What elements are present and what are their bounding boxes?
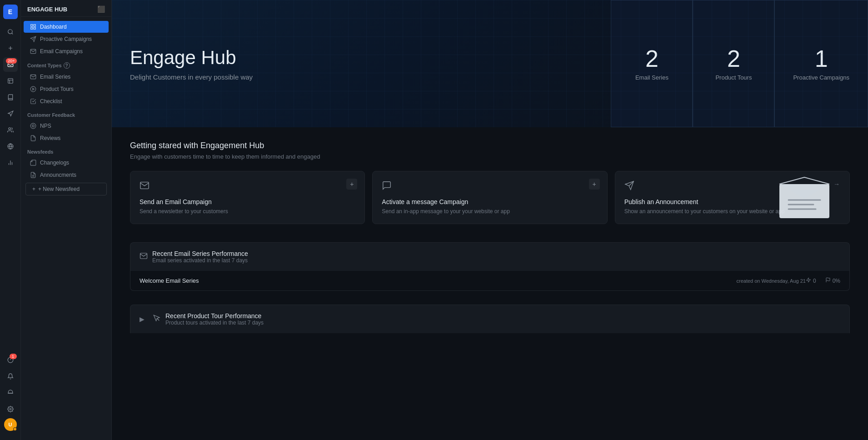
sidebar-item-email-campaigns[interactable]: Email Campaigns	[24, 45, 109, 57]
sidebar-checklist-label: Checklist	[40, 98, 62, 105]
message-campaign-add-btn[interactable]: +	[589, 179, 600, 190]
hero-text: Engage Hub Delight Customers in every po…	[130, 46, 593, 80]
sidebar-collapse-btn[interactable]: ⬛	[97, 5, 105, 13]
sidebar-reviews-label: Reviews	[40, 135, 60, 141]
content-types-label: Content Types ?	[21, 58, 111, 70]
product-tour-perf-title: Recent Product Tour Performance	[165, 312, 264, 320]
svg-point-19	[30, 123, 36, 129]
users-icon-btn[interactable]	[3, 123, 18, 137]
sidebar-email-series-label: Email Series	[40, 74, 70, 80]
email-campaign-icon	[140, 180, 355, 193]
message-campaign-desc: Send an in-app message to your your webs…	[382, 208, 598, 215]
product-tour-perf-icon	[153, 314, 161, 325]
email-series-perf-title: Recent Email Series Performance	[152, 250, 248, 257]
search-icon-btn[interactable]	[3, 25, 18, 39]
email-series-row-stats: 0 0%	[806, 277, 840, 284]
sidebar-item-proactive-label: Proactive Campaigns	[40, 36, 92, 42]
cursor-icon: ▶	[140, 315, 145, 323]
message-campaign-icon	[382, 180, 598, 193]
announcement-arrow-btn[interactable]: →	[831, 179, 842, 190]
customer-feedback-label: Customer Feedback	[21, 108, 111, 120]
sidebar-item-product-tours[interactable]: Product Tours	[24, 83, 109, 95]
envelope-illustration	[777, 175, 832, 220]
getting-started-subtitle: Engage with customers time to time to ke…	[130, 153, 850, 160]
svg-marker-18	[33, 88, 35, 90]
bell-icon-btn[interactable]	[3, 369, 18, 384]
svg-point-12	[10, 408, 11, 410]
svg-rect-14	[34, 25, 35, 26]
email-campaign-add-btn[interactable]: +	[346, 179, 357, 190]
navigation-icon-btn[interactable]	[3, 106, 18, 121]
svg-point-17	[30, 86, 36, 92]
email-series-row-0[interactable]: Welcome Email Series created on Wednesda…	[130, 271, 850, 291]
email-series-perf-icon	[140, 252, 148, 262]
lightning-icon	[806, 277, 811, 284]
app-logo[interactable]: E	[3, 5, 18, 19]
settings-icon-btn[interactable]	[3, 402, 18, 416]
sidebar-title: ENGAGE HUB	[27, 6, 67, 13]
sidebar-item-dashboard-label: Dashboard	[40, 24, 67, 30]
svg-point-20	[32, 125, 35, 127]
email-campaign-desc: Send a newsletter to your customers	[140, 208, 355, 215]
newsfeeds-label: Newsfeeds	[21, 145, 111, 156]
sidebar-item-email-label: Email Campaigns	[40, 48, 83, 55]
email-series-stat2: 0%	[825, 277, 840, 284]
recent-product-tour-section: ▶ Recent Product Tour Performance Produc…	[130, 305, 850, 333]
sidebar-product-tours-label: Product Tours	[40, 86, 74, 92]
hero-content: Engage Hub Delight Customers in every po…	[112, 0, 611, 127]
svg-point-3	[8, 128, 10, 130]
hero-section: Engage Hub Delight Customers in every po…	[112, 0, 868, 127]
chart-icon-btn[interactable]	[3, 155, 18, 170]
svg-point-0	[8, 30, 12, 34]
new-newsfeed-plus-icon: +	[32, 186, 35, 192]
product-tour-perf-header: ▶ Recent Product Tour Performance Produc…	[130, 305, 850, 333]
action-cards: + Send an Email Campaign Send a newslett…	[130, 171, 850, 224]
sidebar-item-changelogs[interactable]: Changelogs	[24, 157, 109, 169]
svg-marker-27	[806, 278, 810, 282]
hero-subtitle: Delight Customers in every possible way	[130, 73, 593, 81]
sidebar-item-email-series[interactable]: Email Series	[24, 71, 109, 83]
action-card-message-campaign[interactable]: + Activate a message Campaign Send an in…	[372, 171, 607, 224]
table-icon-btn[interactable]	[3, 74, 18, 88]
svg-rect-16	[31, 27, 33, 29]
main-content: Engage Hub Delight Customers in every po…	[112, 0, 868, 440]
sidebar-item-reviews[interactable]: Reviews	[24, 132, 109, 144]
sidebar-item-announcements[interactable]: Announcments	[24, 169, 109, 181]
flag-icon	[825, 277, 831, 284]
svg-rect-1	[8, 79, 13, 84]
helmet-icon-btn[interactable]	[3, 385, 18, 400]
add-icon-btn[interactable]	[3, 41, 18, 55]
sidebar-header: ENGAGE HUB ⬛	[21, 0, 111, 17]
svg-rect-15	[34, 27, 35, 29]
inbox-icon-btn[interactable]: 20+	[3, 57, 18, 72]
email-series-row-meta: created on Wednesday, Aug 21	[736, 278, 805, 284]
icon-bar: E 20+ 1	[0, 0, 21, 440]
sidebar-changelogs-label: Changelogs	[40, 160, 69, 166]
svg-rect-13	[31, 25, 33, 26]
svg-marker-2	[8, 111, 13, 116]
email-campaign-title: Send an Email Campaign	[140, 198, 355, 205]
alert-icon-btn[interactable]: 1	[3, 353, 18, 367]
sidebar-item-nps[interactable]: NPS	[24, 120, 109, 132]
sidebar-announcements-label: Announcments	[40, 172, 76, 178]
product-tour-perf-subtitle: Product tours activated in the last 7 da…	[165, 320, 264, 326]
email-series-row-name: Welcome Email Series	[140, 277, 733, 284]
hero-title: Engage Hub	[130, 46, 593, 69]
action-card-email-campaign[interactable]: + Send an Email Campaign Send a newslett…	[130, 171, 365, 224]
message-campaign-title: Activate a message Campaign	[382, 198, 598, 205]
globe-icon-btn[interactable]	[3, 139, 18, 154]
recent-email-series-section: Recent Email Series Performance Email se…	[130, 242, 850, 291]
sidebar-nps-label: NPS	[40, 123, 51, 129]
user-avatar[interactable]: U	[4, 418, 17, 431]
book-icon-btn[interactable]	[3, 90, 18, 105]
sidebar-item-proactive-campaigns[interactable]: Proactive Campaigns	[24, 33, 109, 45]
sidebar-item-checklist[interactable]: Checklist	[24, 95, 109, 107]
sidebar-item-dashboard[interactable]: Dashboard	[24, 21, 109, 33]
new-newsfeed-btn[interactable]: + + New Newsfeed	[25, 183, 107, 195]
sidebar: ENGAGE HUB ⬛ Dashboard Proactive Campaig…	[21, 0, 112, 440]
content-types-help[interactable]: ?	[64, 62, 70, 69]
email-series-stat1: 0	[806, 277, 816, 284]
getting-started-title: Getting stared with Engagement Hub	[130, 141, 850, 150]
email-series-perf-header: Recent Email Series Performance Email se…	[130, 242, 850, 271]
email-series-perf-subtitle: Email series activated in the last 7 day…	[152, 257, 248, 264]
